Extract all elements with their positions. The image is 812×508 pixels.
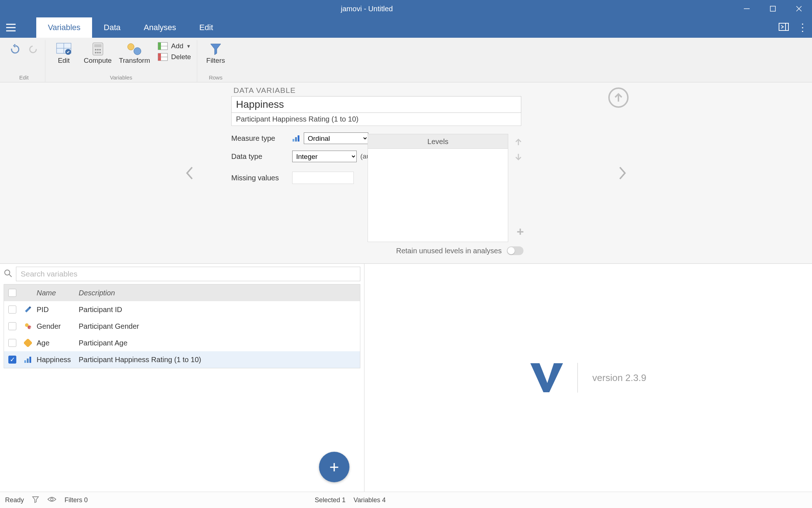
btn-label: Delete — [171, 53, 191, 61]
data-type-select[interactable]: Integer — [292, 151, 357, 162]
svg-rect-1 — [770, 6, 775, 11]
filters-button[interactable]: Filters — [199, 40, 232, 66]
minimize-button[interactable] — [734, 0, 760, 17]
status-filters: Filters 0 — [65, 496, 88, 504]
side-panel-toggle[interactable] — [779, 23, 789, 32]
group-caption: Variables — [110, 74, 132, 82]
prev-variable-button[interactable] — [181, 165, 198, 181]
svg-rect-14 — [94, 44, 102, 47]
table-row[interactable]: PIDParticipant ID — [4, 301, 360, 318]
filter-status-icon[interactable] — [32, 496, 39, 505]
data-type-label: Data type — [231, 152, 289, 161]
table-row[interactable]: HappinessParticipant Happiness Rating (1… — [4, 351, 360, 368]
editor-caption: DATA VARIABLE — [233, 86, 521, 95]
tab-label: Analyses — [144, 23, 176, 32]
tab-edit[interactable]: Edit — [188, 17, 225, 38]
svg-point-18 — [95, 52, 96, 54]
svg-marker-47 — [33, 497, 38, 503]
id-icon — [24, 306, 32, 314]
next-variable-button[interactable] — [614, 165, 631, 181]
add-variable-button[interactable]: Add ▼ — [154, 41, 195, 52]
row-name: Age — [35, 339, 79, 347]
measure-type-select[interactable]: Ordinal — [304, 132, 368, 144]
grid-edit-icon — [56, 41, 72, 57]
svg-point-48 — [51, 498, 53, 500]
svg-point-19 — [97, 52, 99, 54]
variables-pane: Name Description PIDParticipant IDaGende… — [0, 264, 365, 492]
svg-point-16 — [97, 49, 99, 51]
funnel-icon — [209, 41, 222, 57]
retain-levels-toggle[interactable] — [507, 246, 523, 255]
transform-icon — [127, 41, 142, 57]
variables-table: Name Description PIDParticipant IDaGende… — [4, 284, 360, 368]
select-all-checkbox[interactable] — [8, 289, 16, 297]
svg-rect-45 — [27, 359, 29, 363]
svg-rect-46 — [29, 357, 31, 363]
transform-button[interactable]: Transform — [115, 40, 154, 66]
level-add-button[interactable]: + — [517, 225, 524, 239]
missing-values-input[interactable] — [292, 172, 354, 184]
compute-button[interactable]: Compute — [80, 40, 115, 66]
variable-name-input[interactable] — [231, 96, 521, 113]
jamovi-logo — [530, 363, 563, 392]
table-row[interactable]: AgeParticipant Age — [4, 335, 360, 351]
delete-variable-button[interactable]: Delete — [154, 52, 195, 62]
ordinal-icon — [24, 356, 32, 364]
measure-type-label: Measure type — [231, 134, 289, 143]
variable-description-input[interactable] — [231, 113, 521, 126]
tab-variables[interactable]: Variables — [36, 17, 92, 38]
edit-variable-button[interactable]: Edit — [47, 40, 80, 66]
svg-rect-44 — [24, 360, 26, 363]
collapse-editor-button[interactable] — [608, 87, 629, 108]
btn-label: Add — [171, 42, 183, 50]
table-delete-icon — [157, 53, 168, 61]
close-button[interactable] — [786, 0, 812, 17]
continuous-icon — [24, 339, 32, 347]
row-name: Gender — [35, 322, 79, 331]
window-title: jamovi - Untitled — [0, 5, 734, 13]
tab-analyses[interactable]: Analyses — [132, 17, 188, 38]
kebab-menu[interactable]: ⋮ — [798, 25, 808, 29]
status-selected: Selected 1 — [315, 496, 345, 504]
level-move-up-button[interactable] — [513, 136, 524, 147]
svg-point-17 — [99, 49, 101, 51]
add-variable-fab[interactable]: + — [319, 452, 349, 482]
visibility-icon[interactable] — [47, 496, 57, 504]
tab-data[interactable]: Data — [92, 17, 132, 38]
tab-label: Edit — [199, 23, 213, 32]
table-row[interactable]: aGenderParticipant Gender — [4, 318, 360, 335]
row-checkbox[interactable] — [8, 306, 16, 314]
group-caption: Edit — [19, 74, 29, 82]
row-checkbox[interactable] — [8, 356, 16, 364]
col-description: Description — [79, 289, 360, 297]
level-move-down-button[interactable] — [513, 152, 524, 163]
levels-box: Levels + — [368, 134, 508, 242]
calculator-icon — [92, 41, 104, 57]
row-description: Participant Gender — [79, 322, 360, 331]
redo-button[interactable] — [25, 40, 43, 58]
variable-editor: DATA VARIABLE Measure type Ordinal Data … — [0, 82, 812, 264]
menu-bar: Variables Data Analyses Edit ⋮ — [0, 17, 812, 38]
row-checkbox[interactable] — [8, 322, 16, 330]
row-name: PID — [35, 306, 79, 314]
svg-rect-31 — [293, 139, 294, 142]
undo-button[interactable] — [5, 40, 25, 58]
btn-label: Edit — [58, 57, 70, 65]
divider — [577, 363, 578, 393]
svg-point-36 — [5, 270, 10, 275]
svg-rect-43 — [24, 339, 32, 347]
table-header: Name Description — [4, 284, 360, 301]
svg-line-37 — [9, 274, 12, 277]
row-description: Participant Happiness Rating (1 to 10) — [79, 356, 360, 364]
hamburger-menu[interactable] — [0, 17, 22, 38]
search-icon — [4, 269, 12, 279]
missing-values-label: Missing values — [231, 174, 289, 182]
maximize-button[interactable] — [760, 0, 786, 17]
search-input[interactable] — [16, 267, 360, 281]
row-checkbox[interactable] — [8, 339, 16, 347]
svg-point-21 — [128, 44, 134, 50]
svg-point-22 — [134, 48, 141, 55]
tab-label: Data — [104, 23, 120, 32]
col-name: Name — [35, 289, 79, 297]
svg-point-20 — [99, 52, 101, 54]
